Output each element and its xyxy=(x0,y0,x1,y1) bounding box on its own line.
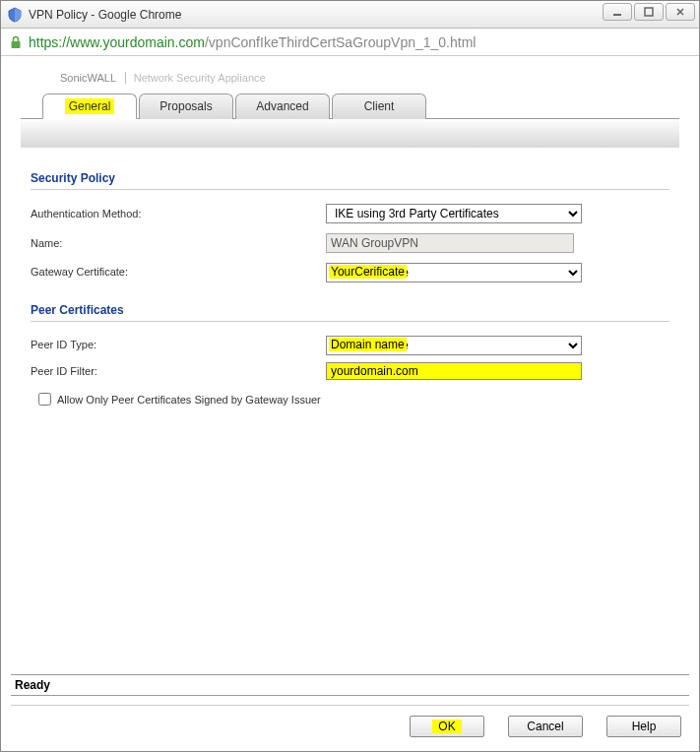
help-button-label: Help xyxy=(632,720,657,733)
tab-client[interactable]: Client xyxy=(332,94,426,119)
url-path: /vpnConfIkeThirdCertSaGroupVpn_1_0.html xyxy=(205,34,476,50)
auth-method-select[interactable]: IKE using 3rd Party Certificates xyxy=(326,204,582,223)
row-peer-id-type: Peer ID Type: Domain name Domain name xyxy=(31,336,669,352)
row-auth-method: Authentication Method: IKE using 3rd Par… xyxy=(31,204,669,223)
row-name: Name: WAN GroupVPN xyxy=(31,233,669,253)
row-allow-only: Allow Only Peer Certificates Signed by G… xyxy=(34,390,669,408)
section-title: Security Policy xyxy=(31,171,669,190)
tab-label: Advanced xyxy=(256,99,308,113)
tab-underlay xyxy=(21,118,679,148)
tab-proposals[interactable]: Proposals xyxy=(139,94,233,119)
button-bar: OK Cancel Help xyxy=(11,705,689,737)
allow-only-label: Allow Only Peer Certificates Signed by G… xyxy=(57,394,321,406)
breadcrumb-product: Network Security Appliance xyxy=(125,72,266,84)
name-label: Name: xyxy=(31,237,326,249)
breadcrumb: SonicWALL Network Security Appliance xyxy=(21,66,679,94)
peer-id-type-select[interactable]: Domain name xyxy=(326,336,582,355)
cancel-button[interactable]: Cancel xyxy=(508,716,583,737)
row-peer-id-filter: Peer ID Filter: xyxy=(31,362,669,380)
svg-rect-0 xyxy=(613,14,621,16)
minimize-button[interactable] xyxy=(603,3,632,21)
peer-id-type-label: Peer ID Type: xyxy=(31,339,326,350)
url-host: https://www.yourdomain.com xyxy=(29,34,205,50)
lock-icon xyxy=(9,35,23,49)
section-peer-certificates: Peer Certificates Peer ID Type: Domain n… xyxy=(31,303,669,408)
peer-id-filter-input[interactable] xyxy=(326,362,582,380)
gateway-cert-select[interactable]: YourCerificate xyxy=(326,263,582,282)
address-bar[interactable]: https://www.yourdomain.com /vpnConfIkeTh… xyxy=(1,29,699,56)
maximize-button[interactable] xyxy=(634,3,664,21)
svg-rect-1 xyxy=(645,8,653,16)
ok-button[interactable]: OK xyxy=(410,716,484,737)
ok-button-label: OK xyxy=(432,720,461,733)
window-controls xyxy=(603,3,695,21)
content-area: SonicWALL Network Security Appliance Gen… xyxy=(1,56,699,751)
tab-label: General xyxy=(65,98,115,114)
tab-strip: General Proposals Advanced Client xyxy=(42,94,679,119)
name-value: WAN GroupVPN xyxy=(326,233,574,253)
status-bar: Ready xyxy=(11,674,689,696)
tab-label: Proposals xyxy=(159,99,212,113)
gateway-cert-label: Gateway Certificate: xyxy=(31,266,326,278)
tab-general[interactable]: General xyxy=(42,94,137,119)
help-button[interactable]: Help xyxy=(606,716,681,737)
allow-only-checkbox[interactable] xyxy=(38,393,51,406)
section-title: Peer Certificates xyxy=(31,303,669,322)
window-titlebar: VPN Policy - Google Chrome xyxy=(1,1,699,29)
app-icon xyxy=(7,7,23,23)
close-button[interactable] xyxy=(666,3,695,21)
breadcrumb-brand: SonicWALL xyxy=(60,72,116,84)
row-gateway-cert: Gateway Certificate: YourCerificate Your… xyxy=(31,263,669,280)
tab-advanced[interactable]: Advanced xyxy=(235,94,330,119)
peer-id-filter-label: Peer ID Filter: xyxy=(31,365,326,377)
section-security-policy: Security Policy Authentication Method: I… xyxy=(31,171,669,280)
svg-rect-2 xyxy=(12,41,21,48)
auth-method-label: Authentication Method: xyxy=(31,208,326,219)
window-title: VPN Policy - Google Chrome xyxy=(29,8,181,22)
cancel-button-label: Cancel xyxy=(527,720,563,733)
tab-label: Client xyxy=(364,99,395,113)
status-text: Ready xyxy=(15,678,50,692)
